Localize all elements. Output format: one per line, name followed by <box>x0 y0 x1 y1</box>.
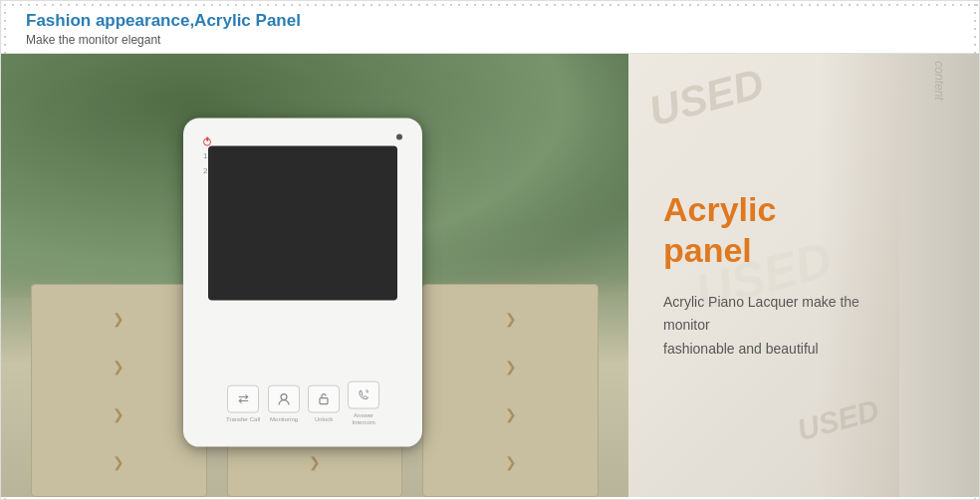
svg-rect-1 <box>320 397 328 403</box>
left-photo-area: ❯ ❯ ❯ ❯ ❯ ❯ ❯ ❯ ❯ ❯ ❯ ❯ <box>1 54 628 497</box>
watermark-2: USED <box>794 393 882 447</box>
arrow-4: ❯ <box>37 455 201 469</box>
indicator-2: 2 <box>203 164 211 175</box>
transfer-call-button[interactable]: ⇄ Transfer Call <box>226 384 260 422</box>
monitoring-label: Monitoring <box>270 415 298 422</box>
monitoring-button[interactable]: Monitoring <box>268 384 300 422</box>
arrow-12: ❯ <box>428 455 593 469</box>
svg-point-0 <box>281 393 287 399</box>
device-screen <box>208 145 397 300</box>
unlock-label: Unlock <box>315 415 333 422</box>
shutter-left: ❯ ❯ ❯ ❯ <box>31 284 207 497</box>
far-right-strip <box>899 54 979 497</box>
indicator-1: 1 <box>203 149 211 160</box>
watermark-1: USED <box>644 60 769 136</box>
answer-intercom-button[interactable]: AnswerIntercom <box>348 381 379 426</box>
main-content: ❯ ❯ ❯ ❯ ❯ ❯ ❯ ❯ ❯ ❯ ❯ ❯ <box>1 54 979 497</box>
page-title: Fashion appearance,Acrylic Panel <box>26 11 954 31</box>
arrow-9: ❯ <box>428 312 593 326</box>
device-container: 1 2 ⇄ Transfer Call <box>183 118 422 446</box>
page-wrapper: Fashion appearance,Acrylic Panel Make th… <box>0 0 980 500</box>
dotted-border-top <box>1 1 979 9</box>
arrow-11: ❯ <box>428 407 593 421</box>
device-buttons: ⇄ Transfer Call Monitoring <box>226 381 379 426</box>
device-indicators: 1 2 <box>203 137 211 175</box>
arrow-1: ❯ <box>37 312 201 326</box>
arrow-2: ❯ <box>37 360 201 374</box>
monitoring-icon <box>268 384 300 412</box>
unlock-icon <box>308 384 340 412</box>
arrow-10: ❯ <box>428 360 593 374</box>
transfer-call-icon: ⇄ <box>227 384 259 412</box>
shutter-right: ❯ ❯ ❯ ❯ <box>422 284 599 497</box>
arrow-3: ❯ <box>37 407 201 421</box>
intercom-device: 1 2 ⇄ Transfer Call <box>183 118 422 446</box>
transfer-call-label: Transfer Call <box>226 415 260 422</box>
arrow-8: ❯ <box>233 455 397 469</box>
camera-dot <box>396 133 402 139</box>
acrylic-panel-description: Acrylic Piano Lacquer make the monitor f… <box>663 291 864 362</box>
unlock-button[interactable]: Unlock <box>308 384 340 422</box>
acrylic-panel-title: Acrylic panel <box>663 189 864 271</box>
answer-intercom-icon <box>348 381 379 409</box>
page-subtitle: Make the monitor elegant <box>26 33 954 47</box>
power-indicator <box>203 137 211 145</box>
answer-intercom-label: AnswerIntercom <box>352 412 374 426</box>
right-section: USED USED USED Acrylic panel Acrylic Pia… <box>628 54 899 497</box>
